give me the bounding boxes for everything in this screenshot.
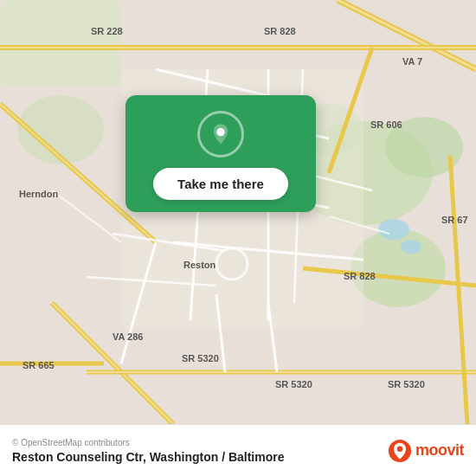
info-bar-left: © OpenStreetMap contributors Reston Coun… <box>12 438 285 464</box>
map-container: SR 228 SR 828 VA 7 SR 606 Herndon Reston… <box>0 0 476 424</box>
svg-point-7 <box>378 219 409 240</box>
location-pin-icon <box>197 111 244 158</box>
svg-rect-5 <box>0 0 121 87</box>
location-card: Take me there <box>125 95 316 212</box>
svg-point-41 <box>218 128 224 134</box>
moovit-logo: moovit <box>388 439 464 463</box>
take-me-there-button[interactable]: Take me there <box>153 168 288 200</box>
info-bar: © OpenStreetMap contributors Reston Coun… <box>0 424 476 476</box>
location-name: Reston Counseling Ctr, Washington / Balt… <box>12 450 285 464</box>
svg-point-8 <box>401 240 421 254</box>
svg-point-43 <box>397 446 403 452</box>
moovit-brand-text: moovit <box>415 441 464 460</box>
copyright-text: © OpenStreetMap contributors <box>12 438 285 447</box>
pin-svg <box>209 122 233 146</box>
map-background <box>0 0 476 424</box>
svg-point-2 <box>351 229 446 307</box>
moovit-pin-icon <box>388 439 412 463</box>
